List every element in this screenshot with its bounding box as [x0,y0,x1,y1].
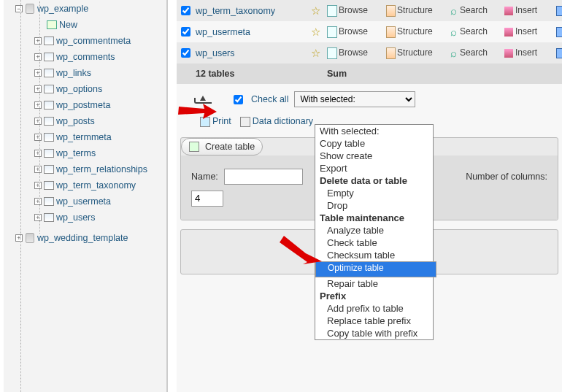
menu-item[interactable]: Export [315,162,433,174]
with-selected-dropdown[interactable]: With selected: [294,91,415,107]
create-table-button[interactable]: Create table [181,138,263,155]
sidebar-table-item[interactable]: +wp_options [33,81,166,97]
table-icon [43,83,55,95]
menu-item[interactable]: Show create [315,150,433,162]
menu-item[interactable]: Repair table [315,277,433,290]
sidebar-table-item[interactable]: +wp_terms [33,145,166,161]
empty-link[interactable]: En [555,0,562,21]
search-link[interactable]: Search [447,21,502,42]
sidebar-table-item[interactable]: +wp_usermeta [33,193,166,210]
expand-icon[interactable]: + [34,118,42,125]
expand-icon[interactable]: + [34,101,42,109]
sidebar-table-item[interactable]: +wp_comments [33,49,166,65]
browse-link[interactable]: Browse [326,42,384,64]
num-columns-input[interactable] [191,191,223,207]
sidebar-table-item[interactable]: +wp_users [33,210,166,226]
empty-link[interactable]: En [555,42,562,64]
search-icon [448,6,458,16]
sidebar-table-item[interactable]: +wp_term_relationships [33,161,166,177]
summary-row: 12 tables Sum [177,64,562,84]
check-all-row: Check all With selected: [177,84,562,115]
collapse-icon[interactable]: − [15,5,23,12]
db-label[interactable]: wp_example [37,4,88,14]
check-all-checkbox[interactable] [234,95,243,104]
table-label[interactable]: wp_term_taxonomy [56,180,136,191]
search-link[interactable]: Search [447,42,502,64]
structure-link[interactable]: Structure [384,21,447,42]
search-link[interactable]: Search [447,0,502,21]
table-label[interactable]: wp_commentmeta [56,36,131,46]
table-name-link[interactable]: wp_users [196,48,235,58]
row-checkbox[interactable] [181,6,190,15]
sidebar-table-item[interactable]: +wp_commentmeta [33,33,166,49]
sidebar-table-item[interactable]: +wp_posts [33,113,166,129]
insert-link[interactable]: Insert [502,21,555,42]
table-label[interactable]: wp_options [56,84,102,94]
menu-item[interactable]: Drop [315,199,433,212]
sidebar-table-item[interactable]: +wp_postmeta [33,97,166,113]
structure-icon [385,48,396,58]
menu-item[interactable]: Empty [315,187,433,199]
row-checkbox[interactable] [181,48,190,58]
sidebar-table-item[interactable]: +wp_links [33,65,166,81]
table-icon [43,147,55,159]
expand-icon[interactable]: + [34,85,42,93]
table-row: wp_term_taxonomy☆BrowseStructureSearchIn… [177,0,562,21]
expand-icon[interactable]: + [34,166,42,173]
star-icon[interactable]: ☆ [311,4,320,17]
menu-item-header[interactable]: With selected: [315,125,433,137]
table-label[interactable]: wp_comments [56,52,115,62]
menu-item[interactable]: Copy table [315,137,433,150]
table-label[interactable]: wp_posts [56,116,95,126]
sidebar-table-item[interactable]: +wp_termmeta [33,129,166,145]
table-icon [43,212,55,223]
insert-link[interactable]: Insert [502,42,555,64]
star-icon[interactable]: ☆ [311,47,320,59]
table-label[interactable]: wp_users [56,212,96,223]
table-name-link[interactable]: wp_usermeta [196,27,250,37]
sidebar-table-item[interactable]: +wp_term_taxonomy [33,177,166,193]
expand-icon[interactable]: + [34,53,42,61]
insert-link[interactable]: Insert [502,0,555,21]
menu-item[interactable]: Analyze table [315,224,433,237]
menu-item[interactable]: Replace table prefix [315,315,433,327]
table-label[interactable]: wp_term_relationships [56,164,147,174]
expand-icon[interactable]: + [34,214,42,221]
table-name-link[interactable]: wp_term_taxonomy [196,6,275,16]
table-label[interactable]: wp_termmeta [56,132,112,142]
row-checkbox[interactable] [181,27,190,36]
table-label[interactable]: wp_usermeta [56,196,111,207]
expand-icon[interactable]: + [34,69,42,77]
menu-item[interactable]: Optimize table [315,261,436,277]
expand-icon[interactable]: + [34,198,42,205]
structure-link[interactable]: Structure [384,0,447,21]
db-label[interactable]: wp_wedding_template [37,233,128,243]
menu-item[interactable]: Check table [315,237,433,249]
table-label[interactable]: wp_postmeta [56,100,110,110]
menu-item[interactable]: Copy table with prefix [315,327,433,339]
expand-icon[interactable]: + [34,150,42,157]
expand-icon[interactable]: + [34,134,42,141]
browse-icon [327,6,337,16]
db-node-wp-example[interactable]: − wp_example [14,1,166,17]
menu-item[interactable]: Checksum table [315,249,433,261]
check-all-label[interactable]: Check all [251,94,288,104]
table-label[interactable]: wp_terms [56,148,96,158]
expand-icon[interactable]: + [15,234,23,242]
menu-item[interactable]: Add prefix to table [315,302,433,315]
new-table-link[interactable]: New [33,17,166,33]
print-link[interactable]: Print [200,116,231,127]
db-node-other[interactable]: + wp_wedding_template [14,230,166,246]
table-name-input[interactable] [224,169,303,185]
browse-link[interactable]: Browse [326,21,384,42]
data-dictionary-link[interactable]: Data dictionary [240,116,313,127]
expand-icon[interactable]: + [34,182,42,189]
table-row: wp_users☆BrowseStructureSearchInsertEn [177,42,562,64]
browse-link[interactable]: Browse [326,0,384,21]
expand-icon[interactable]: + [34,37,42,45]
table-label[interactable]: wp_links [56,68,91,78]
star-icon[interactable]: ☆ [311,26,320,38]
table-icon [43,67,55,79]
empty-link[interactable]: En [555,21,562,42]
structure-link[interactable]: Structure [384,42,447,64]
